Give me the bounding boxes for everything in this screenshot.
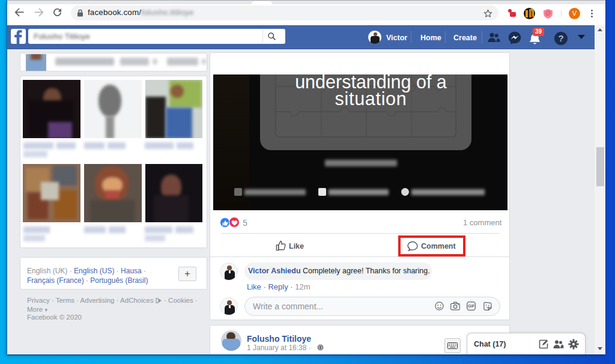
svg-text:GIF: GIF [468, 304, 474, 308]
